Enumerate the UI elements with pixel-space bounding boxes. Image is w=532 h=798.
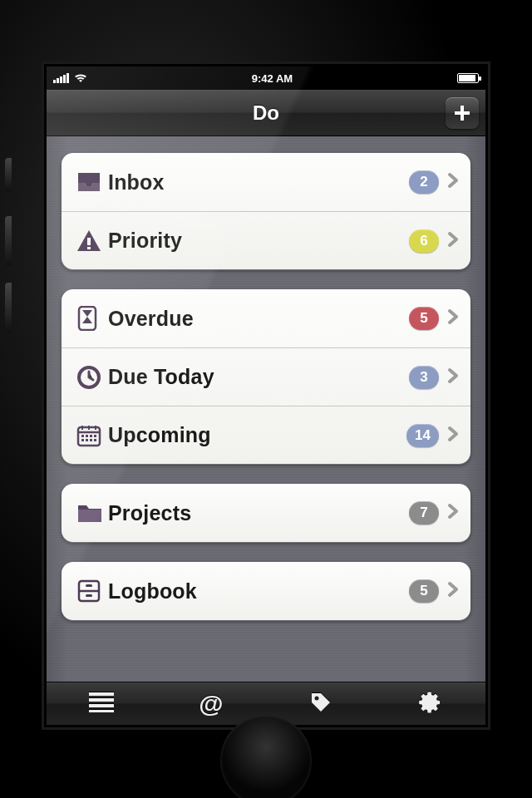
svg-rect-17 bbox=[89, 698, 114, 702]
list-group: Projects 7 bbox=[62, 484, 470, 542]
chevron-right-icon bbox=[447, 308, 459, 328]
svg-rect-14 bbox=[86, 584, 92, 587]
signal-icon bbox=[53, 73, 69, 83]
page-title: Do bbox=[253, 101, 279, 125]
volume-down bbox=[5, 283, 12, 332]
row-logbook[interactable]: Logbook 5 bbox=[62, 562, 470, 620]
clock-icon bbox=[76, 365, 108, 390]
archive-icon bbox=[76, 579, 108, 603]
status-time: 9:42 AM bbox=[252, 72, 293, 85]
toolbar-tag-button[interactable] bbox=[301, 684, 341, 724]
mute-switch bbox=[5, 158, 12, 191]
svg-rect-5 bbox=[81, 435, 84, 437]
chevron-right-icon bbox=[447, 367, 459, 387]
toolbar-list-button[interactable] bbox=[81, 684, 121, 724]
row-label: Logbook bbox=[108, 579, 409, 603]
row-duetoday[interactable]: Due Today 3 bbox=[62, 347, 470, 406]
svg-rect-1 bbox=[87, 247, 91, 249]
svg-rect-7 bbox=[90, 435, 92, 437]
list-group: Overdue 5 Due Today 3 Upcoming 14 bbox=[62, 289, 470, 464]
home-button bbox=[220, 715, 312, 798]
list-group: Logbook 5 bbox=[62, 562, 470, 620]
row-label: Due Today bbox=[108, 365, 409, 389]
svg-point-20 bbox=[315, 696, 319, 700]
svg-rect-15 bbox=[86, 594, 92, 597]
chevron-right-icon bbox=[447, 231, 459, 251]
hourglass-icon bbox=[76, 306, 108, 331]
svg-rect-11 bbox=[90, 439, 92, 441]
row-priority[interactable]: Priority 6 bbox=[62, 211, 470, 269]
count-badge: 7 bbox=[409, 501, 439, 525]
volume-up bbox=[5, 216, 12, 266]
count-badge: 3 bbox=[409, 366, 439, 389]
count-badge: 5 bbox=[409, 307, 439, 330]
add-button[interactable] bbox=[446, 97, 479, 129]
svg-rect-9 bbox=[81, 439, 84, 441]
chevron-right-icon bbox=[447, 172, 459, 192]
row-label: Upcoming bbox=[108, 423, 406, 447]
count-badge: 14 bbox=[406, 424, 439, 447]
svg-rect-4 bbox=[78, 427, 100, 446]
row-label: Priority bbox=[108, 229, 409, 253]
tag-icon bbox=[309, 691, 332, 717]
list-icon bbox=[89, 692, 114, 716]
chevron-right-icon bbox=[447, 503, 459, 523]
gear-icon bbox=[419, 691, 442, 717]
row-label: Overdue bbox=[108, 307, 409, 331]
svg-rect-12 bbox=[94, 439, 96, 441]
row-overdue[interactable]: Overdue 5 bbox=[62, 289, 470, 347]
status-bar: 9:42 AM bbox=[47, 66, 485, 90]
toolbar-at-button[interactable]: @ bbox=[191, 684, 231, 724]
svg-rect-10 bbox=[86, 439, 88, 441]
row-label: Projects bbox=[108, 501, 409, 525]
toolbar-settings-button[interactable] bbox=[411, 684, 451, 724]
inbox-icon bbox=[76, 171, 108, 193]
count-badge: 5 bbox=[409, 579, 439, 603]
folder-icon bbox=[76, 502, 108, 524]
list-group: Inbox 2 Priority 6 bbox=[62, 153, 470, 269]
calendar-icon bbox=[76, 424, 108, 447]
row-projects[interactable]: Projects 7 bbox=[62, 484, 470, 542]
at-icon: @ bbox=[199, 690, 223, 718]
svg-rect-16 bbox=[89, 692, 114, 696]
row-inbox[interactable]: Inbox 2 bbox=[62, 153, 470, 211]
wifi-icon bbox=[74, 73, 87, 83]
count-badge: 2 bbox=[409, 170, 439, 194]
chevron-right-icon bbox=[447, 426, 459, 446]
count-badge: 6 bbox=[409, 229, 439, 253]
svg-rect-6 bbox=[86, 435, 88, 437]
main-list: Inbox 2 Priority 6 Overdue 5 Due Today 3… bbox=[47, 136, 485, 682]
row-label: Inbox bbox=[108, 170, 409, 195]
svg-rect-0 bbox=[87, 238, 91, 245]
chevron-right-icon bbox=[447, 581, 459, 601]
plus-icon bbox=[453, 104, 471, 122]
row-upcoming[interactable]: Upcoming 14 bbox=[62, 406, 470, 464]
nav-bar: Do bbox=[47, 90, 485, 136]
battery-icon bbox=[457, 73, 479, 83]
svg-rect-8 bbox=[94, 435, 96, 437]
svg-rect-19 bbox=[89, 710, 114, 712]
alert-icon bbox=[76, 229, 108, 253]
svg-rect-18 bbox=[89, 704, 114, 707]
